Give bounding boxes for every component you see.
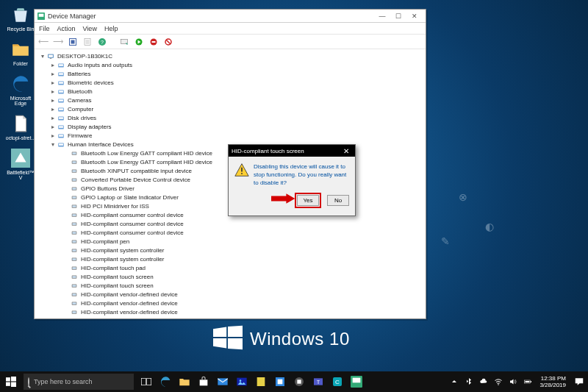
tree-device[interactable]: HID-compliant vendor-defined device [36,291,424,299]
svg-rect-73 [73,311,76,313]
show-hidden-button[interactable] [67,36,79,48]
expand-icon[interactable]: ▸ [49,123,57,132]
tray-battery-icon[interactable] [520,371,535,392]
action-center-button[interactable] [570,371,588,392]
tree-device[interactable]: HID-compliant vendor-defined device [36,308,424,317]
titlebar[interactable]: Device Manager — ☐ ✕ [35,10,426,23]
expand-icon[interactable]: ▸ [49,132,57,140]
menu-action[interactable]: Action [57,25,76,32]
taskbar-app-generic-dark[interactable] [290,371,309,392]
tray-bluetooth-icon[interactable] [462,371,476,392]
tree-device-label: Bluetooth Low Energy GATT compliant HID … [81,158,212,167]
tree-device[interactable]: HID-compliant system controller [36,255,424,264]
taskbar-search[interactable]: Type here to search [24,374,134,390]
uninstall-button[interactable] [162,36,174,48]
svg-rect-67 [73,285,76,287]
tray-onedrive-icon[interactable] [476,371,491,392]
taskbar-app-generic-blue[interactable] [270,371,290,392]
svg-rect-102 [6,382,10,386]
taskbar: Type here to search T C 12:38 PM 3/28/20… [0,371,588,392]
tree-device[interactable]: HID-compliant touch screen [36,282,424,291]
menu-view[interactable]: View [83,25,97,32]
taskbar-app-edge[interactable] [156,371,175,392]
menu-help[interactable]: Help [104,25,118,32]
expand-icon[interactable]: ▸ [49,61,57,70]
tree-category[interactable]: ▸Audio inputs and outputs [36,61,424,70]
tray-overflow-button[interactable] [447,371,462,392]
collapse-icon[interactable]: ▾ [49,140,57,149]
expand-icon[interactable]: ▸ [49,105,57,114]
taskbar-app-photos[interactable] [232,371,251,392]
device-icon [70,159,79,166]
dialog-close-button[interactable]: ✕ [340,146,352,156]
no-button[interactable]: No [327,195,349,206]
taskbar-app-explorer[interactable] [175,371,194,392]
tree-category[interactable]: ▸Disk drives [36,114,424,123]
desktop-icon-folder[interactable]: Folder [4,39,37,66]
expand-icon[interactable]: ▸ [49,70,57,79]
disable-button[interactable] [148,36,159,48]
properties-button[interactable] [82,36,93,48]
taskbar-app-mail[interactable] [213,371,232,392]
tree-device[interactable]: HID-compliant touch pad [36,264,424,273]
svg-rect-69 [73,293,76,296]
svg-rect-37 [73,152,76,154]
collapse-icon[interactable]: ▾ [39,52,46,61]
enable-button[interactable] [133,36,145,48]
help-button[interactable]: ? [96,36,108,48]
maximize-button[interactable]: ☐ [390,11,406,21]
svg-rect-63 [73,267,76,269]
expand-icon[interactable]: ▸ [49,96,57,105]
tree-device[interactable]: HID-compliant consumer control device [36,229,424,238]
desktop-icon-edge[interactable]: Microsoft Edge [4,74,37,106]
device-icon [70,238,79,246]
taskbar-app-store[interactable] [194,371,213,392]
tree-device[interactable]: HID-compliant vendor-defined device [36,299,424,308]
svg-point-118 [498,384,500,385]
tree-device[interactable]: HID-compliant pen [36,238,424,246]
tree-category[interactable]: ▸Cameras [36,96,424,105]
back-button[interactable]: ⟵ [37,36,49,48]
tree-device[interactable]: HID-compliant system controller [36,246,424,255]
minimize-button[interactable]: — [374,11,390,21]
menu-file[interactable]: File [39,25,50,32]
scan-button[interactable] [118,36,130,48]
tree-device[interactable]: HID-compliant consumer control device [36,220,424,229]
expand-icon[interactable]: ▸ [49,79,57,88]
annotation-arrow [271,193,296,207]
taskbar-app-generic-teams[interactable]: T [309,371,328,392]
svg-rect-103 [11,382,16,387]
tree-category[interactable]: ▸Biometric devices [36,79,424,88]
tree-category[interactable]: ▸Bluetooth [36,88,424,96]
desktop-icon-label: octopi-stret... [6,135,35,140]
tree-category[interactable]: ▸Batteries [36,70,424,79]
tray-volume-icon[interactable] [506,371,520,392]
tree-root[interactable]: ▾DESKTOP-1B30K1C [36,52,424,61]
desktop-icon-file[interactable]: octopi-stret... [4,113,37,140]
yes-button[interactable]: Yes [297,195,319,206]
tree-category[interactable]: ▸Display adapters [36,123,424,132]
taskbar-clock[interactable]: 12:38 PM 3/28/2019 [535,375,570,388]
desktop-icon-recycle-bin[interactable]: Recycle Bin [4,4,37,32]
dialog-titlebar[interactable]: HID-compliant touch screen ✕ [229,145,355,157]
tree-device-label: HID-compliant pen [81,238,129,246]
tree-device[interactable]: HID-compliant touch screen [36,273,424,282]
taskbar-app-device-manager[interactable] [347,371,366,392]
forward-button[interactable]: ⟶ [52,36,64,48]
svg-rect-49 [73,205,76,207]
tray-wifi-icon[interactable] [491,371,506,392]
expand-icon[interactable]: ▸ [49,114,57,123]
desktop-icon-battlefield[interactable]: Battlefield™ V [4,148,37,180]
tree-category[interactable]: ▸Computer [36,105,424,114]
tree-category-label: Disk drives [68,114,96,123]
tree-category[interactable]: ▸Firmware [36,132,424,140]
taskbar-app-generic-notes[interactable] [251,371,270,392]
svg-rect-25 [59,99,63,101]
taskbar-app-generic-c[interactable]: C [328,371,347,392]
start-button[interactable] [0,371,22,392]
device-icon [70,265,79,272]
task-view-button[interactable] [137,371,156,392]
expand-icon[interactable]: ▸ [49,88,57,96]
svg-rect-57 [73,240,76,243]
close-button[interactable]: ✕ [406,11,423,21]
